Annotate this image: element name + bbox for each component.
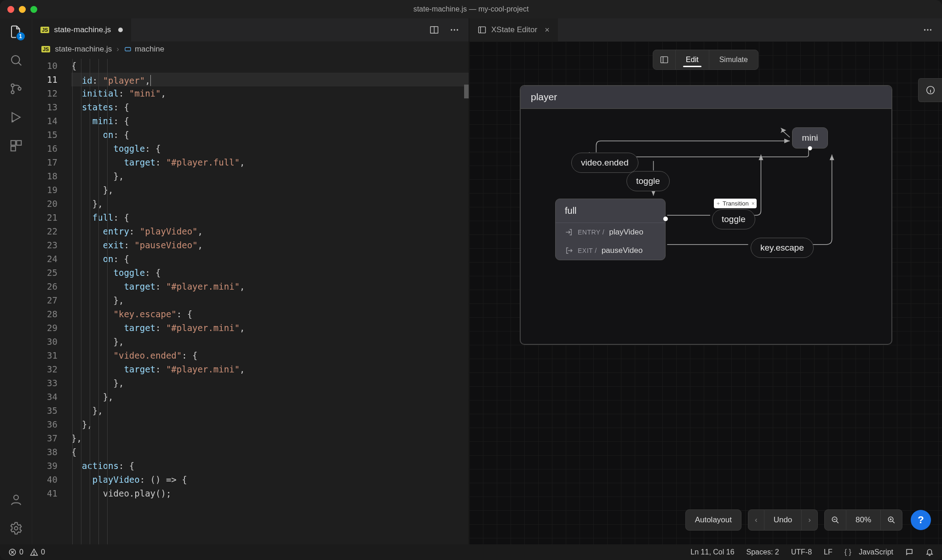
activity-bar: 1 — [0, 18, 32, 544]
event-key-escape[interactable]: key.escape — [751, 238, 814, 258]
window-maximize[interactable] — [30, 6, 37, 13]
zoom-out-button[interactable] — [824, 509, 846, 531]
window-close[interactable] — [7, 6, 14, 13]
help-button[interactable]: ? — [911, 510, 931, 530]
xstate-mode-switch: Edit Simulate — [653, 50, 758, 70]
svg-point-2 — [11, 91, 14, 93]
tab-xstate-editor[interactable]: XState Editor × — [469, 18, 558, 41]
zoom-level[interactable]: 80% — [846, 509, 881, 531]
exit-label: EXIT / — [578, 247, 597, 254]
simulate-mode-button[interactable]: Simulate — [709, 50, 758, 69]
entry-value: playVideo — [609, 228, 643, 237]
tab-label: state-machine.js — [54, 25, 111, 34]
edit-mode-button[interactable]: Edit — [676, 50, 709, 69]
event-toggle-to-full[interactable]: toggle — [626, 171, 670, 191]
code-editor[interactable]: 1011121314151617181920212223242526272829… — [32, 57, 469, 544]
code-content[interactable]: { id: "player", initial: "mini", states:… — [71, 57, 469, 544]
svg-point-16 — [924, 29, 925, 30]
code-editor-pane: JS state-machine.js JS state-machine.js … — [32, 18, 469, 544]
explorer-icon[interactable]: 1 — [8, 24, 24, 40]
status-bell-icon[interactable] — [925, 548, 934, 556]
explorer-badge: 1 — [17, 32, 25, 40]
svg-point-17 — [927, 29, 928, 30]
entry-action-row[interactable]: ENTRY / playVideo — [556, 223, 665, 241]
svg-rect-19 — [661, 57, 668, 63]
state-diagram[interactable]: player — [520, 85, 892, 345]
line-gutter: 1011121314151617181920212223242526272829… — [32, 57, 71, 544]
close-icon[interactable]: × — [752, 200, 755, 207]
statusbar: 0 0 Ln 11, Col 16 Spaces: 2 UTF-8 LF { }… — [0, 544, 942, 560]
status-errors-count: 0 — [19, 548, 23, 556]
xstate-canvas[interactable]: Edit Simulate player — [469, 41, 942, 544]
status-warnings-count: 0 — [41, 548, 45, 556]
status-language-label: JavaScript — [859, 548, 893, 556]
status-feedback-icon[interactable] — [905, 548, 913, 556]
undo-next-button[interactable]: › — [802, 509, 818, 531]
svg-point-4 — [12, 121, 13, 122]
xstate-editor-pane: XState Editor × Edit Simulate — [469, 18, 942, 544]
svg-point-3 — [18, 87, 21, 90]
more-actions-icon[interactable] — [449, 25, 460, 35]
split-editor-icon[interactable] — [429, 25, 439, 35]
status-language[interactable]: { } JavaScript — [844, 548, 893, 556]
symbol-variable-icon — [124, 45, 132, 53]
accounts-icon[interactable] — [8, 492, 24, 508]
initial-state-icon: ➤ — [780, 125, 787, 135]
toggle-panel-button[interactable] — [653, 50, 676, 69]
svg-point-9 — [14, 526, 18, 530]
minimap-viewport[interactable] — [464, 85, 469, 98]
window-minimize[interactable] — [19, 6, 26, 13]
event-video-ended[interactable]: video.ended — [571, 153, 638, 173]
transition-tag[interactable]: + Transition × — [714, 199, 757, 208]
status-indent[interactable]: Spaces: 2 — [747, 548, 779, 556]
entry-icon — [565, 228, 573, 236]
more-actions-icon[interactable] — [923, 25, 933, 35]
status-eol[interactable]: LF — [824, 548, 833, 556]
chevron-right-icon: › — [116, 45, 119, 54]
machine-title[interactable]: player — [521, 86, 891, 109]
state-node-mini[interactable]: mini — [792, 127, 828, 149]
tab-state-machine[interactable]: JS state-machine.js — [32, 18, 132, 41]
js-file-icon: JS — [41, 46, 50, 52]
autolayout-button[interactable]: Autolayout — [685, 509, 741, 531]
undo-prev-button[interactable]: ‹ — [748, 509, 764, 531]
svg-point-11 — [451, 29, 452, 30]
svg-point-18 — [930, 29, 931, 30]
exit-value: pauseVideo — [602, 246, 643, 255]
status-errors[interactable]: 0 — [8, 548, 23, 556]
status-encoding[interactable]: UTF-8 — [791, 548, 812, 556]
close-icon[interactable]: × — [545, 25, 550, 35]
plus-icon: + — [717, 200, 720, 207]
zoom-in-button[interactable] — [881, 509, 902, 531]
svg-rect-7 — [11, 146, 15, 151]
titlebar: state-machine.js — my-cool-project — [0, 0, 942, 18]
svg-marker-21 — [758, 154, 763, 160]
svg-rect-6 — [17, 141, 21, 145]
status-warnings[interactable]: 0 — [30, 548, 45, 556]
svg-rect-14 — [125, 47, 131, 51]
settings-gear-icon[interactable] — [8, 520, 24, 536]
transition-tag-label: Transition — [723, 200, 749, 207]
breadcrumb-symbol: machine — [135, 45, 164, 54]
breadcrumb[interactable]: JS state-machine.js › machine — [32, 41, 469, 57]
panel-icon — [477, 25, 487, 34]
svg-rect-5 — [11, 141, 15, 145]
info-button[interactable] — [918, 78, 942, 102]
extensions-icon[interactable] — [8, 138, 24, 154]
window-title: state-machine.js — my-cool-project — [0, 5, 942, 13]
status-cursor-pos[interactable]: Ln 11, Col 16 — [690, 548, 734, 556]
svg-marker-24 — [784, 138, 790, 143]
search-icon[interactable] — [8, 52, 24, 68]
run-debug-icon[interactable] — [8, 109, 24, 125]
svg-rect-15 — [479, 27, 486, 33]
svg-point-1 — [11, 84, 14, 86]
source-control-icon[interactable] — [8, 81, 24, 97]
js-file-icon: JS — [40, 27, 49, 33]
exit-action-row[interactable]: EXIT / pauseVideo — [556, 241, 665, 260]
state-node-full-title: full — [556, 199, 665, 223]
state-node-full[interactable]: full ENTRY / playVideo EXIT / pauseVide — [555, 199, 666, 260]
event-toggle-to-mini[interactable]: toggle — [712, 209, 755, 229]
undo-button[interactable]: Undo — [764, 509, 802, 531]
svg-point-12 — [454, 29, 455, 30]
svg-point-8 — [14, 495, 18, 500]
